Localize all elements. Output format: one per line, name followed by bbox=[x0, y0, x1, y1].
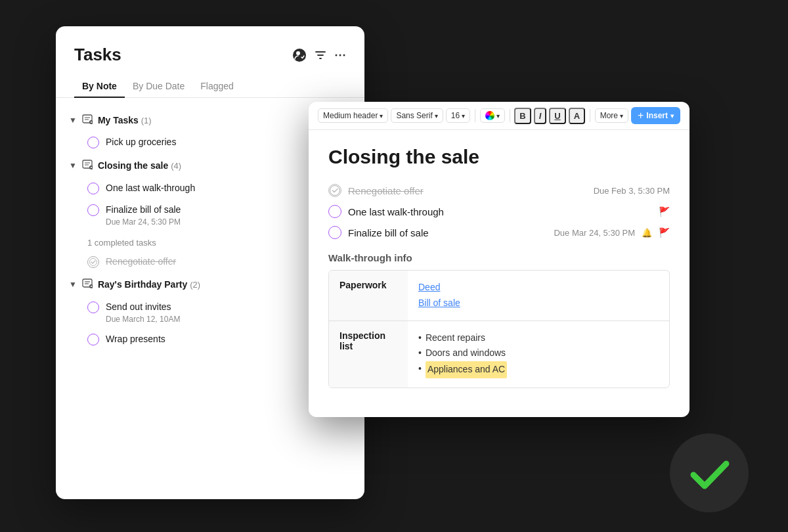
size-dropdown[interactable]: 16 ▾ bbox=[446, 108, 470, 123]
style-label: Medium header bbox=[323, 111, 378, 120]
color-dot bbox=[485, 111, 494, 120]
more-dropdown[interactable]: More ▾ bbox=[595, 108, 628, 123]
list-icon bbox=[82, 278, 93, 291]
info-label: Inspection list bbox=[329, 321, 408, 388]
task-name: One last walk-through bbox=[348, 206, 652, 217]
more-icon[interactable] bbox=[334, 49, 346, 61]
underline-button[interactable]: U bbox=[549, 108, 565, 124]
tab-flagged[interactable]: Flagged bbox=[192, 76, 242, 98]
list-item: • Recent repairs bbox=[418, 330, 659, 346]
list-item-highlighted: • Appliances and AC bbox=[418, 361, 659, 378]
flag-icon: 🚩 bbox=[659, 206, 670, 217]
chevron-down-icon: ▾ bbox=[462, 112, 465, 120]
italic-button[interactable]: I bbox=[534, 108, 547, 124]
insert-button[interactable]: + Insert ▾ bbox=[631, 107, 680, 124]
deed-link[interactable]: Deed bbox=[418, 280, 659, 296]
info-row-paperwork: Paperwork Deed Bill of sale bbox=[329, 271, 669, 321]
task-due: Due March 12, 10AM bbox=[106, 315, 322, 324]
chevron-down-icon: ▾ bbox=[496, 112, 500, 120]
group-birthday-title: Ray's Birthday Party (2) bbox=[98, 279, 200, 290]
task-name: Send out invites bbox=[106, 301, 322, 314]
task-checkbox[interactable] bbox=[87, 183, 99, 194]
list-icon bbox=[82, 114, 93, 126]
task-content: Pick up groceries bbox=[106, 136, 334, 149]
task-due: Due Feb 3, 5:30 PM bbox=[594, 186, 670, 196]
task-content: Finalize bill of sale Due Mar 24, 5:30 P… bbox=[106, 204, 322, 227]
svg-point-25 bbox=[330, 186, 340, 196]
svg-point-1 bbox=[296, 51, 300, 55]
svg-point-18 bbox=[90, 258, 97, 265]
group-my-tasks-title: My Tasks (1) bbox=[98, 115, 152, 125]
tab-by-due-date[interactable]: By Due Date bbox=[125, 76, 192, 98]
task-checkbox-completed[interactable] bbox=[87, 256, 99, 268]
tab-by-note[interactable]: By Note bbox=[74, 76, 125, 98]
svg-point-4 bbox=[339, 54, 341, 56]
section-heading: Walk-through info bbox=[328, 252, 670, 263]
chevron-down-icon: ▾ bbox=[670, 112, 674, 120]
info-row-inspection: Inspection list • Recent repairs • Doors… bbox=[329, 321, 669, 388]
task-checkbox[interactable] bbox=[328, 205, 341, 218]
task-checkbox[interactable] bbox=[87, 334, 99, 345]
check-circle bbox=[670, 433, 749, 512]
task-checkbox[interactable] bbox=[87, 301, 99, 313]
editor-task-renegotiate[interactable]: Renegotiate offer Due Feb 3, 5:30 PM bbox=[328, 180, 670, 201]
tasks-tabs: By Note By Due Date Flagged bbox=[56, 65, 364, 98]
chevron-down-icon: ▾ bbox=[620, 112, 623, 120]
task-checkbox-completed[interactable] bbox=[328, 184, 341, 197]
task-due: Due Mar 24, 5:30 PM bbox=[554, 228, 635, 238]
list-item: • Doors and windows bbox=[418, 345, 659, 361]
task-name: Renegotiate offer bbox=[348, 185, 587, 196]
task-due: Due Mar 24, 5:30 PM bbox=[106, 217, 322, 227]
text-style-button[interactable]: A bbox=[569, 108, 585, 124]
task-name: Pick up groceries bbox=[106, 136, 334, 149]
flag-icon: 🚩 bbox=[659, 227, 670, 238]
editor-body: Closing the sale Renegotiate offer Due F… bbox=[309, 130, 690, 412]
info-content: Deed Bill of sale bbox=[408, 271, 669, 321]
insert-label: Insert bbox=[646, 111, 668, 120]
task-checkbox[interactable] bbox=[87, 137, 99, 148]
size-label: 16 bbox=[451, 111, 460, 120]
font-label: Sans Serif bbox=[396, 111, 432, 120]
bell-icon: 🔔 bbox=[642, 228, 652, 238]
svg-point-5 bbox=[343, 54, 345, 56]
task-content: Send out invites Due March 12, 10AM bbox=[106, 301, 322, 324]
chevron-down-icon: ▾ bbox=[435, 112, 438, 120]
tasks-header-actions bbox=[292, 48, 346, 62]
checkmark-icon bbox=[688, 452, 731, 495]
svg-point-3 bbox=[336, 54, 338, 56]
task-checkbox[interactable] bbox=[328, 226, 341, 239]
list-icon bbox=[82, 159, 93, 172]
separator bbox=[510, 109, 510, 122]
editor-task-finalize[interactable]: Finalize bill of sale Due Mar 24, 5:30 P… bbox=[328, 222, 670, 243]
task-name: Finalize bill of sale bbox=[106, 204, 322, 217]
chevron-down-icon: ▼ bbox=[69, 161, 77, 170]
task-content: One last walk-through bbox=[106, 182, 322, 195]
bold-button[interactable]: B bbox=[514, 108, 531, 124]
chevron-down-icon: ▼ bbox=[69, 116, 77, 125]
separator bbox=[475, 109, 475, 122]
separator bbox=[590, 109, 590, 122]
editor-task-walkthrough[interactable]: One last walk-through 🚩 bbox=[328, 201, 670, 222]
plus-icon: + bbox=[638, 110, 644, 122]
color-picker[interactable]: ▾ bbox=[480, 108, 505, 123]
info-table: Paperwork Deed Bill of sale Inspection l… bbox=[328, 270, 670, 388]
font-dropdown[interactable]: Sans Serif ▾ bbox=[391, 108, 443, 123]
task-name: One last walk-through bbox=[106, 182, 322, 195]
bill-of-sale-link[interactable]: Bill of sale bbox=[418, 296, 659, 311]
editor-toolbar: Medium header ▾ Sans Serif ▾ 16 ▾ ▾ B I … bbox=[309, 102, 690, 130]
group-closing-sale-title: Closing the sale (4) bbox=[98, 160, 181, 171]
editor-title[interactable]: Closing the sale bbox=[328, 146, 670, 168]
chevron-down-icon: ▼ bbox=[69, 280, 77, 289]
task-name: Finalize bill of sale bbox=[348, 227, 547, 238]
style-dropdown[interactable]: Medium header ▾ bbox=[318, 108, 388, 123]
info-content: • Recent repairs • Doors and windows • A… bbox=[408, 321, 669, 388]
highlighted-text: Appliances and AC bbox=[426, 361, 507, 378]
assign-icon[interactable] bbox=[292, 48, 307, 62]
tasks-header: Tasks bbox=[56, 26, 364, 65]
task-checkbox[interactable] bbox=[87, 204, 99, 216]
editor-panel: Medium header ▾ Sans Serif ▾ 16 ▾ ▾ B I … bbox=[309, 102, 690, 417]
chevron-down-icon: ▾ bbox=[380, 112, 383, 120]
info-label: Paperwork bbox=[329, 271, 408, 321]
tasks-title: Tasks bbox=[74, 45, 121, 65]
filter-icon[interactable] bbox=[315, 49, 326, 61]
